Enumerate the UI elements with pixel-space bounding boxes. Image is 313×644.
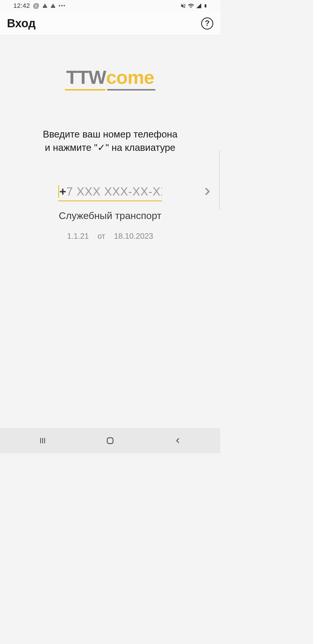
status-left: 12:42 @ ••• (13, 2, 66, 10)
instruction-text: Введите ваш номер телефона и нажмите "✓"… (43, 128, 178, 154)
app-header: Вход ? (0, 12, 220, 35)
logo-part2: come (106, 67, 154, 88)
version-info: 1.1.21 от 18.10.2023 (67, 232, 153, 241)
system-nav-bar (0, 428, 220, 453)
phone-row: + (0, 183, 220, 201)
home-button[interactable] (102, 433, 118, 449)
page-title: Вход (7, 17, 36, 30)
scroll-handle[interactable] (219, 151, 220, 210)
logo-part1: TTW (66, 67, 106, 88)
at-icon: @ (33, 2, 39, 10)
instruction-line2: и нажмите "✓" на клавиатуре (43, 141, 178, 154)
app-logo: TTWcome (65, 68, 155, 91)
signal-icon (196, 3, 202, 9)
more-icon: ••• (59, 3, 66, 9)
mute-icon (180, 3, 186, 9)
main-content: TTWcome Введите ваш номер телефона и наж… (0, 35, 220, 428)
warning-icon (50, 3, 56, 8)
phone-input-wrap: + (58, 183, 162, 201)
logo-underline (65, 89, 155, 91)
status-time: 12:42 (13, 2, 30, 10)
version-sep: от (98, 232, 105, 241)
back-button[interactable] (170, 433, 186, 449)
text-cursor (58, 185, 59, 198)
status-right (180, 3, 208, 9)
version-date: 18.10.2023 (114, 232, 153, 241)
warning-icon (42, 3, 48, 8)
status-bar: 12:42 @ ••• (0, 0, 220, 12)
svg-rect-3 (107, 438, 113, 444)
version-number: 1.1.21 (67, 232, 89, 241)
help-icon[interactable]: ? (201, 17, 213, 30)
wifi-icon (188, 3, 194, 9)
next-button[interactable] (202, 183, 213, 201)
phone-input[interactable] (58, 183, 162, 201)
subtitle: Служебный транспорт (59, 210, 161, 221)
instruction-line1: Введите ваш номер телефона (43, 128, 178, 141)
battery-icon (203, 3, 208, 9)
recents-button[interactable] (34, 433, 51, 449)
